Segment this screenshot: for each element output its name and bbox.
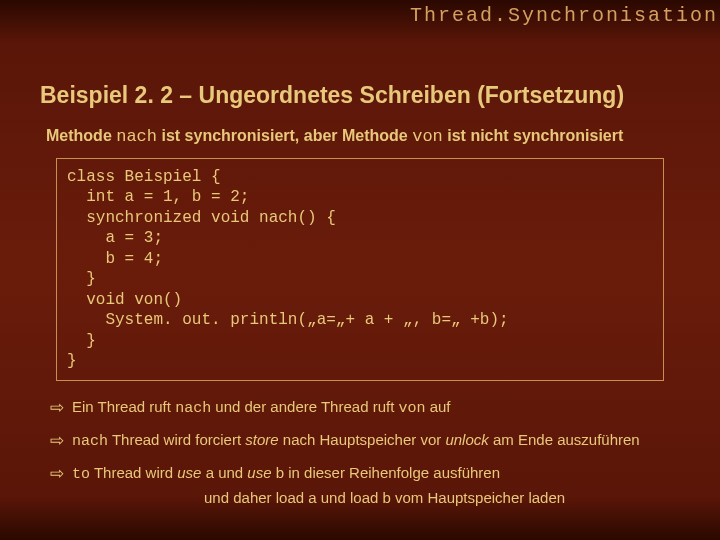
subtitle: Methode nach ist synchronisiert, aber Me… [46,127,680,146]
bullet-text: Ein Thread ruft nach und der andere Thre… [72,397,680,420]
t: Ein Thread ruft [72,398,175,415]
slide-title: Beispiel 2. 2 – Ungeordnetes Schreiben (… [40,82,680,109]
t: b in dieser Reihenfolge ausführen [272,464,501,481]
t: load [276,489,304,506]
subtitle-part2: ist synchronisiert, aber Methode [157,127,412,144]
bullet-list: ⇨ Ein Thread ruft nach und der andere Th… [50,397,680,508]
bullet-text: to Thread wird use a und use b in dieser… [72,463,680,486]
t: nach Hauptspeicher vor [279,431,446,448]
subtitle-mono1: nach [116,127,157,146]
subtitle-mono2: von [412,127,443,146]
t: a und [201,464,247,481]
t: und der andere Thread ruft [211,398,398,415]
t: use [247,464,271,481]
arrow-icon: ⇨ [50,397,72,420]
t: Thread wird [90,464,177,481]
t: von [399,400,426,417]
subtitle-part3: ist nicht synchronisiert [443,127,623,144]
t: a und [304,489,350,506]
t: to [72,466,90,483]
arrow-icon: ⇨ [50,463,72,486]
t: nach [72,433,108,450]
t: Thread wird forciert [108,431,245,448]
topic-label: Thread.Synchronisation [410,4,718,27]
t: b vom Hauptspeicher laden [378,489,565,506]
bullet-text: nach Thread wird forciert store nach Hau… [72,430,680,453]
list-item: ⇨ Ein Thread ruft nach und der andere Th… [50,397,680,420]
code-block: class Beispiel { int a = 1, b = 2; synch… [56,158,664,381]
t: load [350,489,378,506]
t: nach [175,400,211,417]
t: unlock [445,431,488,448]
list-item: ⇨ nach Thread wird forciert store nach H… [50,430,680,453]
t: store [245,431,278,448]
t: am Ende auszuführen [489,431,640,448]
list-item: ⇨ to Thread wird use a und use b in dies… [50,463,680,486]
arrow-icon: ⇨ [50,430,72,453]
t: und daher [204,489,276,506]
t: use [177,464,201,481]
bullet-continuation: und daher load a und load b vom Hauptspe… [204,488,680,508]
t: auf [426,398,451,415]
subtitle-part1: Methode [46,127,116,144]
slide-content: Beispiel 2. 2 – Ungeordnetes Schreiben (… [0,0,720,508]
